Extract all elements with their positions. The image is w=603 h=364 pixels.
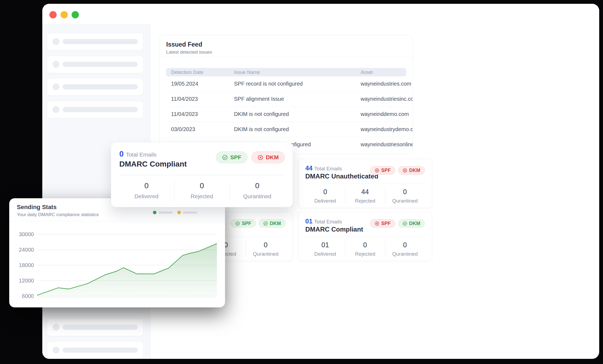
total-emails-label: Total Emails: [314, 166, 342, 171]
cell-detection-date: 11/04/2023: [171, 111, 198, 117]
stat-delivered: 0 Delivered: [305, 184, 345, 208]
zoom-window-button[interactable]: [72, 11, 79, 18]
stat-value: 0: [230, 181, 285, 190]
card-title: DMARC Compliant: [305, 226, 363, 233]
stat-label: Rejected: [345, 198, 385, 204]
close-window-button[interactable]: [49, 11, 57, 18]
stat-label: Rejected: [174, 193, 229, 200]
desktop-background: Issued Feed Latest detected issues Detec…: [0, 0, 603, 364]
panel-subtitle: Your daily DMARC compliance statistics: [17, 212, 99, 217]
table-header: Detection Date Issue Name Asset: [166, 68, 406, 76]
skeleton-text-bar: [63, 84, 138, 89]
skeleton-avatar: [53, 324, 59, 331]
stat-quarantined: 0 Qurantined: [230, 175, 285, 207]
table-row[interactable]: 19/05.2024 SPF record is not configured …: [166, 76, 406, 92]
sidebar-skeleton-item[interactable]: [47, 342, 143, 359]
svg-text:24000: 24000: [19, 247, 34, 253]
check-circle-icon: [222, 155, 228, 160]
legend-skeleton-label: [183, 212, 197, 214]
dkm-badge: DKM: [398, 166, 425, 175]
badge-label: DKM: [270, 221, 281, 226]
stat-label: Delivered: [305, 251, 345, 257]
skeleton-text-bar: [63, 39, 138, 44]
dmarc-compliant-small-card: 01Total Emails DMARC Compliant SPF DKM 0…: [298, 212, 432, 261]
table-body: 19/05.2024 SPF record is not configured …: [159, 76, 413, 152]
stat-value: 0: [305, 188, 345, 196]
svg-text:6000: 6000: [22, 293, 34, 299]
legend-item: [177, 211, 197, 214]
total-emails-label: Total Emails: [314, 219, 342, 225]
skeleton-avatar: [53, 38, 59, 45]
sidebar-skeleton-item[interactable]: [47, 101, 143, 118]
badge-label: SPF: [230, 154, 241, 161]
stat-label: Delivered: [305, 198, 345, 204]
badge-label: SPF: [381, 168, 391, 173]
stat-label: Delivered: [119, 193, 174, 200]
svg-text:18000: 18000: [19, 262, 34, 268]
legend-color-dot: [177, 211, 181, 214]
skeleton-text-bar: [63, 107, 138, 112]
table-row[interactable]: 11/04/2023 SPF alignment Issue wayneindu…: [166, 92, 406, 107]
issued-feed-panel: Issued Feed Latest detected issues Detec…: [159, 35, 413, 154]
cell-asset: wayneindustriesinc.com: [361, 96, 413, 102]
stat-value: 0: [174, 181, 229, 190]
window-titlebar: [42, 4, 599, 24]
badge-label: DKM: [409, 221, 420, 226]
card-title: DMARC Unautheticated: [305, 173, 378, 180]
sidebar-skeleton-item[interactable]: [47, 33, 143, 50]
cell-asset: wayneindustrydemo.com: [361, 126, 413, 132]
sidebar-skeleton-item[interactable]: [47, 78, 143, 96]
stat-label: Qurantined: [246, 251, 286, 257]
column-header-asset: Asset: [361, 70, 373, 75]
stat-value: 0: [385, 188, 425, 196]
cell-issue-name: DKIM is not configured: [234, 126, 289, 132]
check-circle-icon: [403, 221, 407, 226]
stat-quarantined: 0 Qurantined: [385, 184, 425, 208]
table-row[interactable]: 03/0/2023 DKIM is not configured waynein…: [166, 122, 406, 137]
cell-detection-date: 11/04/2023: [171, 96, 198, 102]
stat-rejected: 44 Rejected: [345, 184, 385, 208]
sidebar-skeleton-item[interactable]: [47, 56, 143, 73]
legend-color-dot: [153, 211, 156, 214]
cell-issue-name: SPF alignment Issue: [234, 96, 284, 102]
stat-value: 0: [385, 241, 425, 249]
cell-detection-date: 03/0/2023: [171, 126, 195, 132]
panel-title: Issued Feed: [166, 41, 202, 48]
check-circle-icon: [235, 221, 240, 226]
stat-rejected: 0 Rejected: [345, 237, 385, 261]
sidebar-skeleton-item[interactable]: [47, 319, 143, 336]
panel-subtitle: Latest detected issues: [166, 50, 212, 55]
dkm-badge: DKM: [251, 151, 285, 163]
cell-detection-date: 19/05.2024: [171, 81, 198, 87]
stat-quarantined: 0 Qurantined: [385, 237, 425, 261]
skeleton-text-bar: [63, 325, 138, 330]
spf-badge: SPF: [370, 166, 395, 175]
stat-value: 0: [246, 241, 286, 249]
divider: [159, 57, 413, 57]
spf-badge: SPF: [370, 219, 395, 228]
stat-label: Qurantined: [230, 193, 285, 200]
dkm-badge: DKM: [398, 219, 425, 228]
minimize-window-button[interactable]: [60, 11, 68, 18]
stat-label: Qurantined: [385, 198, 425, 204]
total-emails-line: 01Total Emails: [305, 217, 342, 225]
stat-value: 44: [345, 188, 385, 196]
stat-delivered: 0 Delivered: [119, 175, 174, 207]
total-emails-line: 0Total Emails: [119, 150, 156, 158]
dmarc-compliant-featured-card: 0Total Emails DMARC Compliant SPF DKM 0 …: [111, 142, 293, 207]
stat-label: Qurantined: [385, 251, 425, 257]
svg-text:12000: 12000: [19, 278, 34, 284]
cell-asset: wayneindustries.com: [361, 81, 411, 87]
x-circle-icon: [375, 221, 379, 226]
stat-value: 0: [345, 241, 385, 249]
table-row[interactable]: 11/04/2023 DKIM is not configured waynei…: [166, 107, 406, 122]
x-circle-icon: [375, 168, 379, 173]
svg-text:30000: 30000: [19, 231, 34, 237]
skeleton-avatar: [53, 106, 59, 113]
dmarc-unauthenticated-card: 44Total Emails DMARC Unautheticated SPF …: [298, 159, 432, 208]
stat-delivered: 01 Delivered: [305, 237, 345, 261]
skeleton-avatar: [53, 347, 59, 353]
card-title: DMARC Compliant: [119, 160, 187, 168]
x-circle-icon: [258, 155, 263, 160]
stat-rejected: 0 Rejected: [174, 175, 229, 207]
